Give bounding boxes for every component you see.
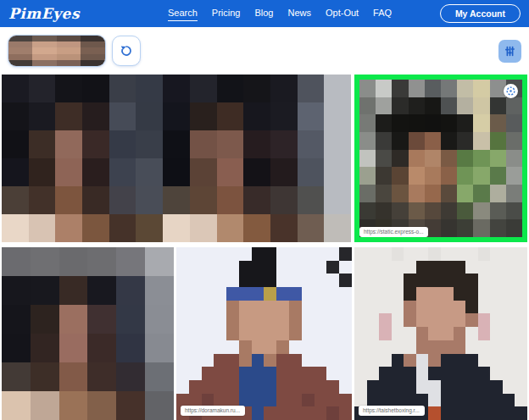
search-summary: Premium Search About 147 results in 3.16… — [105, 36, 106, 66]
pimeyes-badge-icon[interactable] — [504, 84, 518, 98]
result-image-costume-man[interactable]: https://doramakun.ru... — [176, 247, 352, 420]
my-account-button[interactable]: My Account — [440, 4, 521, 23]
nav-item-blog[interactable]: Blog — [254, 6, 273, 21]
nav-item-opt-out[interactable]: Opt-Out — [326, 6, 359, 21]
result-image-young-boxer[interactable]: https://taishetboxing.r... — [354, 247, 527, 420]
pixelated-man-in-hat-image — [359, 80, 522, 237]
result-image-blurred[interactable] — [2, 247, 174, 420]
top-navigation-bar: PimEyes Search Pricing Blog News Opt-Out… — [0, 0, 529, 27]
nav-item-faq[interactable]: FAQ — [373, 6, 392, 21]
result-url-caption[interactable]: https://taishetboxing.r... — [359, 406, 425, 416]
man-in-korean-costume-image — [176, 247, 352, 420]
result-image-blurred[interactable] — [2, 75, 351, 242]
young-man-boxer-image — [354, 247, 527, 420]
search-query-chip[interactable]: Premium Search About 147 results in 3.16… — [8, 35, 106, 67]
nav-item-search[interactable]: Search — [168, 6, 198, 21]
nav-item-pricing[interactable]: Pricing — [212, 6, 241, 21]
result-url-caption[interactable]: https://static.express-o... — [359, 227, 428, 237]
query-face-thumbnail — [8, 36, 105, 66]
filter-results-button[interactable] — [498, 40, 521, 63]
pixelated-faces-image — [2, 75, 351, 242]
refresh-icon — [120, 44, 133, 58]
result-image-selected[interactable]: https://static.express-o... — [354, 75, 527, 242]
pimeyes-logo[interactable]: PimEyes — [8, 5, 80, 22]
nav-item-news[interactable]: News — [287, 6, 311, 21]
result-url-caption[interactable]: https://doramakun.ru... — [181, 406, 245, 416]
filter-sliders-icon — [504, 45, 516, 58]
main-nav: Search Pricing Blog News Opt-Out FAQ — [168, 6, 392, 21]
search-results-grid: https://static.express-o... https://dora… — [0, 75, 529, 420]
pixelated-face-image — [2, 247, 174, 420]
search-toolbar: Premium Search About 147 results in 3.16… — [0, 27, 529, 75]
repeat-search-button[interactable] — [112, 36, 141, 66]
